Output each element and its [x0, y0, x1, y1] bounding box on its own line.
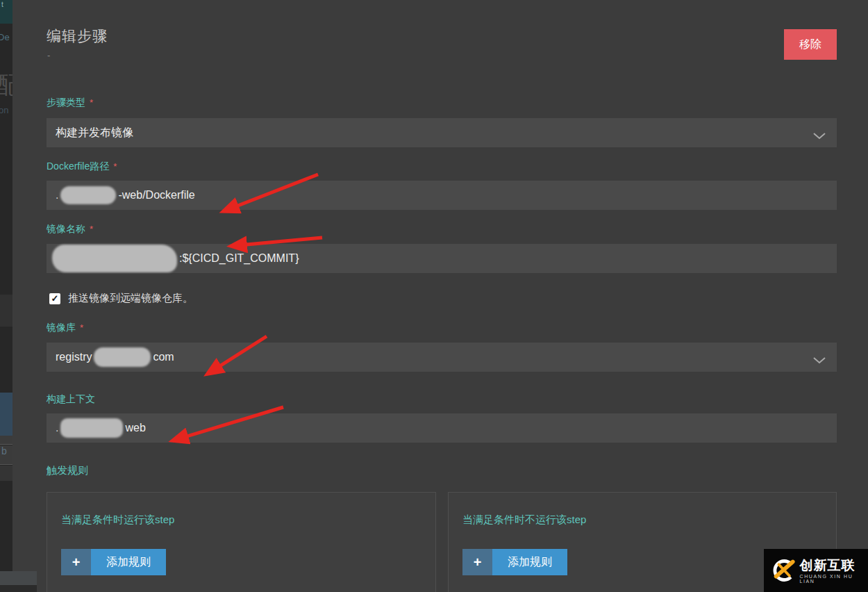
push-image-option: ✓ 推送镜像到远端镜像仓库。: [49, 292, 193, 305]
dockerfile-path-label: Dockerfile路径*: [47, 161, 117, 173]
watermark-badge: 创新互联 CHUANG XIN HU LIAN: [764, 549, 868, 592]
redacted-blur: [94, 347, 151, 367]
image-name-value: :${CICD_GIT_COMMIT}: [179, 252, 299, 265]
step-type-value: 构建并发布镜像: [56, 126, 133, 140]
background-rows-fragment: [0, 295, 12, 327]
required-marker: *: [113, 161, 117, 172]
redacted-blur: [60, 418, 123, 438]
registry-label: 镜像库*: [47, 322, 83, 334]
background-page-sliver: t De 配 on b: [0, 0, 12, 592]
chevron-down-icon: [813, 130, 826, 142]
edit-step-modal: 编辑步骤 - 移除 步骤类型* 构建并发布镜像 Dockerfile路径* . …: [12, 0, 868, 592]
plus-icon: +: [61, 549, 91, 575]
background-row-divider: [0, 436, 12, 445]
background-text-fragment: 配: [0, 69, 12, 101]
run-condition-panel: 当满足条件时运行该step + 添加规则: [47, 492, 436, 592]
image-name-input[interactable]: :${CICD_GIT_COMMIT}: [47, 244, 837, 273]
build-context-input[interactable]: . web: [47, 413, 837, 443]
push-image-checkbox[interactable]: ✓: [49, 293, 60, 304]
required-marker: *: [80, 322, 83, 333]
watermark-brand: 创新互联: [800, 558, 868, 573]
redacted-blur: [52, 245, 177, 272]
push-image-label: 推送镜像到远端镜像仓库。: [68, 292, 193, 305]
watermark-romanized: CHUANG XIN HU LIAN: [800, 574, 868, 584]
background-rows-fragment: [0, 466, 12, 481]
required-marker: *: [90, 224, 93, 234]
modal-subtitle-dash: -: [47, 50, 50, 60]
run-condition-title: 当满足条件时运行该step: [61, 513, 422, 527]
add-rule-run-button[interactable]: + 添加规则: [61, 549, 166, 575]
add-rule-label: 添加规则: [492, 549, 567, 575]
background-text-fragment: De: [0, 32, 10, 42]
registry-select[interactable]: registry com: [47, 343, 837, 372]
redacted-blur: [60, 186, 116, 204]
step-type-select[interactable]: 构建并发布镜像: [47, 118, 837, 147]
chevron-down-icon: [813, 354, 826, 367]
remove-step-button[interactable]: 移除: [784, 29, 837, 60]
build-context-value: web: [125, 422, 145, 434]
required-marker: *: [90, 97, 93, 108]
add-rule-skip-button[interactable]: + 添加规则: [462, 549, 567, 575]
background-selected-row-fragment: [0, 393, 12, 436]
skip-condition-title: 当满足条件时不运行该step: [462, 513, 822, 527]
registry-suffix: com: [153, 351, 174, 363]
dockerfile-path-input[interactable]: . -web/Dockerfile: [47, 181, 837, 210]
dockerfile-path-value: -web/Dockerfile: [118, 189, 194, 202]
plus-icon: +: [462, 549, 492, 575]
background-footer-fragment: [0, 585, 37, 592]
step-type-label: 步骤类型*: [47, 97, 93, 109]
watermark-logo-icon: [770, 557, 796, 584]
image-name-label: 镜像名称*: [47, 223, 93, 236]
add-rule-label: 添加规则: [91, 549, 166, 575]
background-header-fragment: t: [0, 0, 12, 24]
path-prefix: .: [56, 422, 58, 434]
trigger-rules-label: 触发规则: [47, 464, 88, 477]
page-title: 编辑步骤: [47, 26, 108, 46]
background-text-fragment: b: [0, 445, 12, 465]
background-text-fragment: on: [0, 105, 8, 115]
path-prefix: .: [56, 189, 58, 202]
registry-prefix: registry: [56, 351, 92, 363]
background-footer-button-fragment: [0, 571, 37, 585]
build-context-label: 构建上下文: [47, 393, 95, 406]
